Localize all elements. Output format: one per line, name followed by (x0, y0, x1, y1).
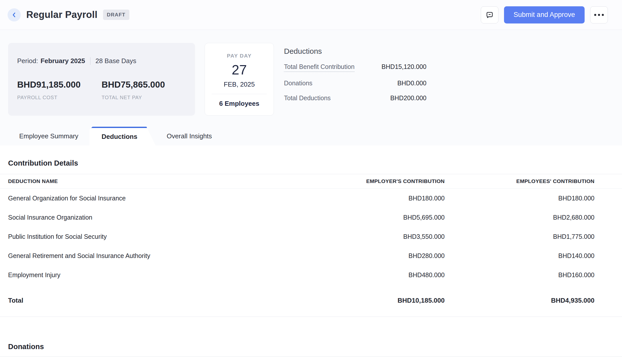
period-summary-card: Period: February 2025 28 Base Days BHD91… (8, 43, 195, 116)
period-label: Period: (17, 57, 38, 65)
divider (0, 356, 622, 357)
page-title: Regular Payroll (26, 9, 98, 20)
comment-button[interactable] (481, 6, 498, 23)
net-pay-amount: BHD75,865.000 (102, 80, 186, 90)
donations-value: BHD0.000 (397, 80, 426, 87)
tab-content: Contribution Details DEDUCTION NAME EMPL… (0, 159, 622, 357)
total-employee-contribution: BHD4,935.000 (445, 297, 594, 304)
payroll-cost-label: PAYROLL COST (17, 95, 102, 100)
total-label: Total (8, 297, 288, 304)
period-value: February 2025 (40, 57, 85, 65)
total-employer-contribution: BHD10,185.000 (288, 297, 445, 304)
header: Regular Payroll DRAFT Submit and Approve (0, 0, 622, 30)
summary-row-donations: Donations BHD0.000 (284, 80, 426, 87)
submit-and-approve-button[interactable]: Submit and Approve (504, 6, 585, 23)
employee-count: 6 Employees (205, 100, 274, 108)
employer-contribution: BHD180.000 (288, 195, 445, 202)
table-total-row: Total BHD10,185.000 BHD4,935.000 (0, 284, 622, 317)
comment-bubble-icon (486, 11, 494, 19)
table-row: Employment Injury BHD480.000 BHD160.000 (0, 265, 622, 284)
total-benefit-contribution-label[interactable]: Total Benefit Contribution (284, 63, 354, 72)
deduction-name: General Organization for Social Insuranc… (8, 195, 288, 202)
deductions-summary-title: Deductions (284, 47, 426, 56)
total-deductions-value: BHD200.000 (390, 94, 426, 102)
table-row: Public Institution for Social Security B… (0, 227, 622, 246)
employer-contribution: BHD3,550.000 (288, 233, 445, 240)
table-row: General Organization for Social Insuranc… (0, 189, 622, 208)
deduction-name: General Retirement and Social Insurance … (8, 252, 288, 259)
employer-contribution: BHD480.000 (288, 271, 445, 279)
tab-deductions[interactable]: Deductions (89, 127, 156, 145)
employee-contribution: BHD2,680.000 (445, 214, 594, 221)
total-deductions-label: Total Deductions (284, 94, 331, 102)
summary-section: Period: February 2025 28 Base Days BHD91… (0, 30, 622, 145)
column-employer-contribution: EMPLOYER'S CONTRIBUTION (288, 178, 445, 184)
more-button[interactable] (590, 6, 608, 23)
status-badge: DRAFT (103, 10, 129, 20)
chevron-left-icon (11, 12, 17, 18)
header-actions: Submit and Approve (481, 6, 608, 23)
net-pay-label: TOTAL NET PAY (102, 95, 186, 100)
donations-section-title: Donations (8, 343, 622, 351)
contribution-details-title: Contribution Details (8, 159, 622, 167)
employee-contribution: BHD140.000 (445, 252, 594, 259)
column-deduction-name: DEDUCTION NAME (8, 178, 288, 184)
base-days: 28 Base Days (95, 57, 136, 65)
table-header: DEDUCTION NAME EMPLOYER'S CONTRIBUTION E… (0, 174, 622, 189)
deduction-name: Employment Injury (8, 271, 288, 279)
payroll-cost-amount: BHD91,185.000 (17, 80, 102, 90)
pay-day-label: PAY DAY (205, 53, 274, 59)
summary-row-total-deductions: Total Deductions BHD200.000 (284, 94, 426, 102)
tab-bar: Employee Summary Deductions Overall Insi… (0, 127, 622, 145)
tab-overall-insights[interactable]: Overall Insights (156, 127, 223, 145)
employer-contribution: BHD280.000 (288, 252, 445, 259)
column-employees-contribution: EMPLOYEES' CONTRIBUTION (445, 178, 594, 184)
pay-day-card: PAY DAY 27 FEB, 2025 6 Employees (205, 43, 274, 116)
table-row: General Retirement and Social Insurance … (0, 246, 622, 265)
deductions-summary: Deductions Total Benefit Contribution BH… (284, 43, 426, 102)
ellipsis-icon (594, 14, 604, 16)
back-button[interactable] (8, 8, 21, 21)
total-benefit-contribution-value: BHD15,120.000 (381, 63, 426, 70)
pay-day-month-year: FEB, 2025 (205, 81, 274, 88)
table-row: Social Insurance Organization BHD5,695.0… (0, 208, 622, 227)
vertical-divider (90, 57, 90, 65)
employee-contribution: BHD160.000 (445, 271, 594, 279)
deduction-name: Public Institution for Social Security (8, 233, 288, 240)
deduction-name: Social Insurance Organization (8, 214, 288, 221)
donations-label: Donations (284, 80, 313, 87)
pay-day-number: 27 (205, 62, 274, 77)
summary-row-total-benefit: Total Benefit Contribution BHD15,120.000 (284, 63, 426, 72)
employer-contribution: BHD5,695.000 (288, 214, 445, 221)
employee-contribution: BHD180.000 (445, 195, 594, 202)
employee-contribution: BHD1,775.000 (445, 233, 594, 240)
divider (212, 94, 267, 94)
tab-employee-summary[interactable]: Employee Summary (8, 127, 89, 145)
